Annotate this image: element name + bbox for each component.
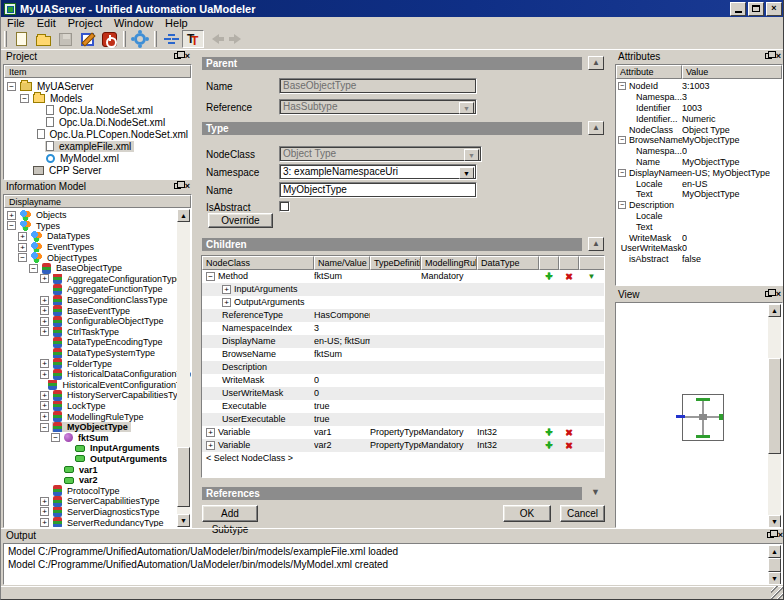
expander-icon[interactable]: −: [7, 221, 16, 230]
expander-icon[interactable]: −: [618, 82, 626, 90]
model-graph-thumbnail[interactable]: [682, 394, 724, 441]
scroll-down-icon[interactable]: ▼: [177, 514, 190, 527]
expander-icon[interactable]: +: [7, 211, 16, 220]
delete-child-button[interactable]: ×: [559, 439, 579, 452]
column-header[interactable]: [579, 256, 605, 270]
scroll-up-icon[interactable]: ▲: [177, 209, 190, 222]
tree-item[interactable]: +FolderType: [4, 358, 191, 369]
attribute-row[interactable]: NameMyObjectType: [616, 157, 782, 168]
tree-view-button[interactable]: [160, 30, 182, 48]
tree-item-body[interactable]: fktSum: [63, 433, 112, 443]
column-header[interactable]: DataType: [477, 256, 539, 270]
expander-icon[interactable]: +: [40, 412, 49, 421]
tree-item-body[interactable]: Models: [32, 93, 85, 104]
tree-item[interactable]: +DataTypes: [4, 231, 191, 242]
tree-item-body[interactable]: EventTypes: [30, 242, 97, 253]
table-row[interactable]: +InputArguments: [202, 283, 604, 296]
tree-item[interactable]: +ConfigurableObjectType: [4, 316, 191, 327]
tree-item-body[interactable]: CtrlTaskType: [52, 327, 122, 338]
tree-item[interactable]: −ObjectTypes: [4, 252, 191, 263]
tree-item[interactable]: exampleFile.xml: [4, 140, 191, 152]
column-header[interactable]: Attribute: [616, 65, 682, 79]
cancel-button[interactable]: Cancel: [560, 505, 605, 522]
tree-item-body[interactable]: ServerRedundancyType: [52, 517, 167, 528]
expander-icon[interactable]: −: [618, 136, 626, 144]
delete-child-button[interactable]: ×: [559, 270, 579, 283]
tree-item-body[interactable]: HistoricalDataConfigurationType: [52, 369, 191, 380]
view-scrollbar[interactable]: ▲ ▼: [768, 304, 781, 528]
table-row[interactable]: +Variablevar2PropertyTypeMandatoryInt32+…: [202, 439, 604, 452]
table-row[interactable]: Description: [202, 361, 604, 374]
gear-button[interactable]: [129, 30, 151, 48]
tree-item-body[interactable]: OutputArguments: [74, 454, 170, 464]
tree-item-body[interactable]: BaseConditionClassType: [52, 295, 171, 306]
tree-item[interactable]: var2: [4, 475, 191, 486]
tree-item[interactable]: OutputArguments: [4, 454, 191, 465]
tree-item-body[interactable]: InputArguments: [74, 443, 163, 453]
infomodel-column-header[interactable]: Displayname: [4, 195, 191, 208]
attribute-row[interactable]: −DisplayNameen-US; MyObjectType: [616, 167, 782, 178]
tree-item[interactable]: −MyObjectType: [4, 422, 191, 433]
table-row[interactable]: +OutputArguments: [202, 296, 604, 309]
delete-child-button[interactable]: ×: [559, 426, 579, 439]
column-header[interactable]: NodeClass: [202, 256, 314, 270]
output-scrollbar[interactable]: ▲ ▼: [768, 545, 781, 585]
scroll-up-icon[interactable]: ▲: [768, 304, 781, 317]
tree-item[interactable]: MyModel.xml: [4, 152, 191, 164]
tree-item-body[interactable]: ObjectTypes: [30, 252, 100, 263]
expander-icon[interactable]: +: [40, 401, 49, 410]
add-child-button[interactable]: +: [539, 439, 559, 452]
tree-item[interactable]: ProtocolType: [4, 485, 191, 496]
menu-file[interactable]: File: [1, 17, 31, 29]
text-view-button[interactable]: [182, 30, 204, 48]
maximize-button[interactable]: [748, 2, 764, 16]
menu-help[interactable]: Help: [159, 17, 194, 29]
expander-icon[interactable]: +: [222, 298, 231, 307]
column-header[interactable]: [539, 256, 559, 270]
tree-item[interactable]: Opc.Ua.PLCopen.NodeSet.xml: [4, 128, 191, 140]
tree-item[interactable]: +LockType: [4, 401, 191, 412]
tree-item-body[interactable]: HistoryServerCapabilitiesType: [52, 390, 191, 401]
expander-icon[interactable]: +: [40, 391, 49, 400]
tree-item[interactable]: Opc.Ua.Di.NodeSet.xml: [4, 116, 191, 128]
collapse-type-section-button[interactable]: ▲: [588, 121, 604, 135]
tree-item[interactable]: +HistoryServerCapabilitiesType: [4, 390, 191, 401]
menu-project[interactable]: Project: [62, 17, 108, 29]
tree-item[interactable]: −fktSum: [4, 432, 191, 443]
expander-icon[interactable]: +: [222, 285, 231, 294]
expander-icon[interactable]: +: [206, 428, 215, 437]
expander-icon[interactable]: +: [18, 232, 27, 241]
edit-model-button[interactable]: [76, 30, 98, 48]
expander-icon[interactable]: −: [206, 272, 215, 281]
tree-item[interactable]: +HistoricalDataConfigurationType: [4, 369, 191, 380]
column-header[interactable]: [559, 256, 579, 270]
tree-item-body[interactable]: CPP Server: [32, 165, 105, 176]
menu-edit[interactable]: Edit: [31, 17, 62, 29]
tree-item-body[interactable]: Opc.Ua.Di.NodeSet.xml: [45, 117, 168, 128]
column-header[interactable]: Name/Value: [314, 256, 370, 270]
table-row[interactable]: BrowseNamefktSum: [202, 348, 604, 361]
tree-item[interactable]: +ServerDiagnosticsType: [4, 507, 191, 518]
expander-icon[interactable]: +: [40, 296, 49, 305]
table-row[interactable]: UserExecutabletrue: [202, 413, 604, 426]
float-panel-icon[interactable]: [765, 53, 772, 59]
tree-item[interactable]: −BaseObjectType: [4, 263, 191, 274]
tree-item-body[interactable]: Objects: [19, 210, 70, 221]
tree-item-body[interactable]: AggregateConfigurationType: [52, 274, 185, 285]
isabstract-checkbox[interactable]: [279, 201, 290, 212]
tree-item-body[interactable]: Opc.Ua.PLCopen.NodeSet.xml: [36, 129, 191, 140]
row-menu-button[interactable]: ▼: [579, 270, 604, 283]
attribute-row[interactable]: WriteMask0: [616, 232, 782, 243]
expander-icon[interactable]: −: [40, 423, 49, 432]
tree-item-body[interactable]: DataTypeEncodingType: [52, 337, 166, 348]
tree-item[interactable]: DataTypeSystemType: [4, 348, 191, 359]
tree-item-body[interactable]: var1: [63, 465, 101, 475]
tree-item[interactable]: HistoricalEventConfigurationT...: [4, 380, 191, 391]
menu-window[interactable]: Window: [108, 17, 159, 29]
tree-item-body[interactable]: BaseObjectType: [41, 263, 125, 274]
scroll-up-icon[interactable]: ▲: [768, 545, 781, 558]
float-panel-icon[interactable]: [767, 532, 774, 538]
tree-item-body[interactable]: DataTypes: [30, 231, 93, 242]
close-button[interactable]: ×: [766, 2, 782, 16]
attribute-row[interactable]: Identifier1003: [616, 103, 782, 114]
